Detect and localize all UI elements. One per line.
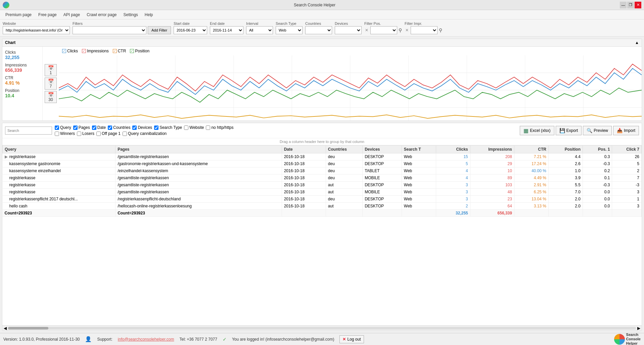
- cb-losers[interactable]: Losers: [77, 131, 94, 136]
- table-row[interactable]: kassensysteme gastronomie /gastronomie-r…: [3, 160, 642, 167]
- menu-settings[interactable]: Settings: [121, 11, 141, 18]
- excel-button[interactable]: ▦ Excel (xlsx): [520, 126, 554, 135]
- td-position: 2.6: [548, 160, 583, 167]
- impressions-value: 656,339: [5, 67, 40, 73]
- legend-impressions-check[interactable]: ✓: [82, 49, 86, 53]
- cb-search-type[interactable]: Search Type: [154, 125, 182, 130]
- preview-button[interactable]: 🔍 Preview: [583, 126, 612, 135]
- td-devices: DESKTOP: [363, 160, 402, 167]
- th-click7[interactable]: Click 7: [612, 146, 642, 153]
- website-label: Website: [3, 21, 70, 26]
- horizontal-scrollbar[interactable]: ◀ ▶: [2, 325, 642, 331]
- filter-impr-clear[interactable]: ✕: [405, 28, 409, 33]
- td-search-t: Web: [402, 182, 436, 189]
- td-pages: /gastronomie-registrierkassen-und-kassen…: [116, 160, 282, 167]
- th-devices[interactable]: Devices: [363, 146, 402, 153]
- td-pages: /einzelhandel-kassensystem: [116, 167, 282, 175]
- table-wrapper[interactable]: Query Pages Date Countries Devices Searc…: [2, 145, 642, 325]
- cb-winners[interactable]: Winners: [55, 131, 75, 136]
- close-button[interactable]: ✕: [635, 2, 641, 8]
- support-email[interactable]: info@searchconsolehelper.com: [118, 337, 174, 342]
- td-query: registrierkasse: [3, 189, 116, 196]
- filter-impr-icon[interactable]: ⚲: [439, 28, 442, 33]
- table-row[interactable]: hello cash /hellocash-online-registrierk…: [3, 203, 642, 210]
- devices-label: Devices: [335, 21, 362, 26]
- cb-devices[interactable]: Devices: [132, 125, 152, 130]
- cb-pages[interactable]: Pages: [73, 125, 90, 130]
- th-ctr[interactable]: CTR: [514, 146, 548, 153]
- legend-position-check[interactable]: ✓: [130, 49, 134, 53]
- interval-select[interactable]: All: [246, 26, 273, 34]
- cal-btn-1[interactable]: 📅 1: [45, 64, 57, 76]
- cb-website[interactable]: Website: [184, 125, 204, 130]
- th-clicks[interactable]: Clicks: [436, 146, 470, 153]
- th-impressions[interactable]: Impressions: [470, 146, 514, 153]
- table-row[interactable]: registrierkasse /gesamtliste-registrierk…: [3, 182, 642, 189]
- filter-impr-select[interactable]: [411, 26, 438, 34]
- logout-button[interactable]: ✕ Log out: [339, 335, 364, 343]
- checkbox-group-1: Query Pages Date Countries Devices Searc…: [55, 125, 233, 130]
- td-devices: DESKTOP: [363, 203, 402, 210]
- menu-premium-page[interactable]: Premium page: [3, 11, 34, 18]
- th-pages[interactable]: Pages: [116, 146, 282, 153]
- table-row[interactable]: kassensysteme einzelhandel /einzelhandel…: [3, 167, 642, 175]
- th-countries[interactable]: Countries: [326, 146, 362, 153]
- th-search-t[interactable]: Search T: [402, 146, 436, 153]
- table-row[interactable]: ▶ registrierkasse /gesamtliste-registrie…: [3, 153, 642, 160]
- countries-select[interactable]: [305, 26, 332, 34]
- scroll-left-arrow[interactable]: ◀: [4, 326, 7, 331]
- search-input[interactable]: [5, 127, 52, 135]
- cb-cannibalization[interactable]: Query cannibalization: [123, 131, 167, 136]
- legend-clicks-check[interactable]: ✓: [62, 49, 66, 53]
- td-ctr: 4.49 %: [514, 175, 548, 182]
- filters-select[interactable]: [73, 26, 146, 34]
- cal-btn-30[interactable]: 📅 30: [45, 91, 57, 103]
- th-position[interactable]: Position: [548, 146, 583, 153]
- table-row[interactable]: registrierkasse /gesamtliste-registrierk…: [3, 189, 642, 196]
- website-select[interactable]: http://registrierkassen-test.info/ (Onli…: [3, 26, 70, 34]
- chart-collapse-icon[interactable]: ▲: [635, 40, 639, 45]
- cal-btn-7[interactable]: 📅 7: [45, 78, 57, 90]
- table-row[interactable]: registrierkassenpflicht 2017 deutschl...…: [3, 196, 642, 203]
- filter-pos-clear[interactable]: ✕: [364, 28, 369, 33]
- scroll-right-arrow[interactable]: ▶: [637, 326, 640, 331]
- td-date: 2016-10-18: [282, 182, 326, 189]
- menu-free-page[interactable]: Free page: [36, 11, 59, 18]
- import-button[interactable]: 📥 Import: [613, 126, 639, 135]
- cb-query[interactable]: Query: [55, 125, 71, 130]
- search-type-select[interactable]: Web: [276, 26, 303, 34]
- cb-no-http[interactable]: no http/https: [206, 125, 233, 130]
- legend-position: ✓ Position: [130, 49, 149, 53]
- start-date-select[interactable]: 2016-06-23: [174, 26, 207, 34]
- menu-api-page[interactable]: API page: [61, 11, 83, 18]
- export-button[interactable]: 💾 Export: [556, 126, 582, 135]
- th-query[interactable]: Query: [3, 146, 116, 153]
- minimize-button[interactable]: —: [620, 2, 627, 8]
- td-date: 2016-10-18: [282, 167, 326, 175]
- legend-ctr-check[interactable]: ✓: [113, 49, 117, 53]
- end-date-select[interactable]: 2016-11-14: [210, 26, 243, 34]
- th-date[interactable]: Date: [282, 146, 326, 153]
- filter-pos-icon[interactable]: ⚲: [399, 28, 402, 33]
- th-pos1[interactable]: Pos. 1: [583, 146, 612, 153]
- menu-crawl-error-page[interactable]: Crawl error page: [84, 11, 119, 18]
- scroll-track[interactable]: [8, 327, 636, 330]
- expand-icon[interactable]: ▶: [5, 154, 8, 159]
- cb-countries[interactable]: Countries: [108, 125, 130, 130]
- td-devices: TABLET: [363, 167, 402, 175]
- td-pos1: -0.3: [583, 160, 612, 167]
- td-search-t: Web: [402, 175, 436, 182]
- maximize-button[interactable]: ❐: [627, 2, 634, 8]
- cb-off-page[interactable]: Off page 1: [96, 131, 121, 136]
- td-total-pos1: [583, 210, 612, 217]
- td-query: kassensysteme gastronomie: [3, 160, 116, 167]
- scroll-thumb[interactable]: [8, 327, 48, 330]
- menu-help[interactable]: Help: [142, 11, 156, 18]
- add-filter-button[interactable]: Add Filter: [148, 26, 171, 34]
- filter-pos-select[interactable]: [370, 26, 397, 34]
- td-devices: DESKTOP: [363, 182, 402, 189]
- table-row[interactable]: registrierkasse /gesamtliste-registrierk…: [3, 175, 642, 182]
- devices-select[interactable]: [335, 26, 362, 34]
- start-date-label: Start date: [174, 21, 207, 26]
- cb-date[interactable]: Date: [92, 125, 106, 130]
